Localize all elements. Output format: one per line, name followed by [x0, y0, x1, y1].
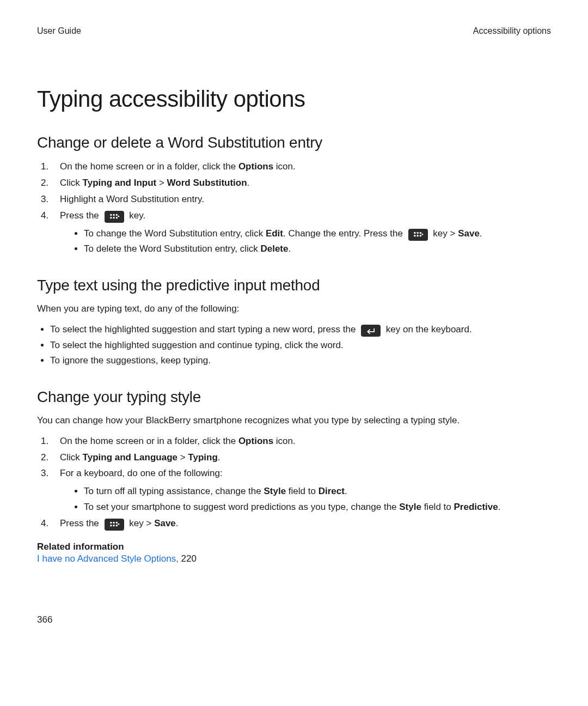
svg-point-15: [113, 522, 115, 524]
svg-point-0: [110, 214, 112, 216]
svg-point-7: [414, 232, 416, 234]
text: field to: [286, 486, 318, 496]
svg-point-2: [110, 217, 112, 219]
text: key.: [129, 210, 145, 221]
text-bold: Save: [154, 518, 176, 528]
svg-point-9: [414, 235, 416, 237]
svg-point-5: [115, 217, 118, 219]
text-bold: Typing: [188, 452, 217, 462]
wordsub-sublist: To change the Word Substitution entry, c…: [71, 226, 551, 258]
heading-wordsub: Change or delete a Word Substitution ent…: [37, 134, 551, 151]
svg-point-11: [419, 232, 421, 234]
list-item: To select the highlighted suggestion and…: [50, 322, 551, 338]
text: key on the keyboard.: [386, 324, 472, 334]
menu-key-icon: [105, 211, 124, 223]
text: . Change the entry. Press the: [283, 228, 406, 239]
text-bold: Style: [399, 502, 421, 512]
svg-point-1: [113, 214, 115, 216]
text: On the home screen or in a folder, click…: [60, 436, 238, 446]
text-bold: Direct: [318, 486, 345, 496]
svg-point-3: [113, 217, 115, 219]
list-item: To ignore the suggestions, keep typing.: [50, 353, 551, 369]
text-bold: Predictive: [454, 502, 498, 512]
text-bold: Options: [238, 436, 273, 446]
text-bold: Style: [264, 486, 286, 496]
text: Click: [60, 178, 83, 188]
style-sublist: To turn off all typing assistance, chang…: [71, 484, 551, 515]
list-item: On the home screen or in a folder, click…: [51, 434, 551, 449]
related-link[interactable]: I have no Advanced Style Options,: [37, 553, 179, 564]
menu-key-icon: [408, 229, 428, 241]
style-intro: You can change how your BlackBerry smart…: [37, 413, 551, 428]
predictive-intro: When you are typing text, do any of the …: [37, 302, 551, 316]
predictive-bullets: To select the highlighted suggestion and…: [37, 322, 551, 369]
text: On the home screen or in a folder, click…: [60, 161, 238, 172]
svg-point-14: [110, 522, 112, 524]
text: .: [218, 452, 220, 462]
heading-predictive: Type text using the predictive input met…: [37, 277, 551, 294]
style-steps: On the home screen or in a folder, click…: [37, 434, 551, 532]
svg-point-4: [115, 214, 118, 216]
svg-point-18: [115, 522, 118, 524]
list-item: To delete the Word Substitution entry, c…: [84, 241, 551, 257]
text: key >: [129, 518, 154, 528]
related-page-ref: 220: [179, 553, 197, 564]
svg-point-19: [115, 525, 118, 527]
list-item: Press the key. To change the Word Substi…: [51, 208, 551, 258]
text: icon.: [273, 161, 296, 172]
svg-point-17: [113, 525, 115, 527]
text-bold: Delete: [260, 244, 288, 254]
related-info-line: I have no Advanced Style Options, 220: [37, 553, 551, 564]
text-bold: Typing and Input: [83, 178, 157, 188]
text: >: [177, 452, 188, 462]
text: To change the Word Substitution entry, c…: [84, 228, 266, 239]
text: icon.: [273, 436, 296, 446]
text: .: [176, 518, 179, 528]
svg-point-8: [416, 232, 419, 234]
svg-point-6: [118, 215, 119, 217]
text: To ignore the suggestions, keep typing.: [50, 355, 211, 366]
text: To select the highlighted suggestion and…: [50, 340, 344, 350]
page-number: 366: [37, 614, 52, 625]
text-bold: Options: [238, 161, 273, 172]
text-bold: Word Substitution: [167, 178, 247, 188]
text: For a keyboard, do one of the following:: [60, 468, 223, 478]
list-item: Click Typing and Language > Typing.: [51, 450, 551, 466]
text: Press the: [60, 210, 102, 221]
text: Highlight a Word Substitution entry.: [60, 194, 204, 204]
list-item: Highlight a Word Substitution entry.: [51, 192, 551, 208]
text-bold: Edit: [266, 228, 283, 239]
list-item: To select the highlighted suggestion and…: [50, 338, 551, 354]
text: .: [345, 486, 347, 496]
text: To turn off all typing assistance, chang…: [84, 486, 264, 496]
text: To set your smartphone to suggest word p…: [84, 502, 399, 512]
svg-point-16: [110, 525, 112, 527]
list-item: To set your smartphone to suggest word p…: [84, 500, 551, 515]
text: To select the highlighted suggestion and…: [50, 324, 358, 334]
text-bold: Typing and Language: [83, 452, 177, 462]
list-item: Click Typing and Input > Word Substituti…: [51, 175, 551, 191]
list-item: To change the Word Substitution entry, c…: [84, 226, 551, 242]
svg-point-13: [421, 233, 423, 235]
svg-point-12: [419, 235, 421, 237]
header-right: Accessibility options: [473, 26, 551, 36]
text: .: [480, 228, 482, 239]
list-item: On the home screen or in a folder, click…: [51, 159, 551, 175]
related-info-heading: Related information: [37, 541, 551, 552]
text: >: [156, 178, 167, 188]
text: Press the: [60, 518, 102, 528]
text: key >: [433, 228, 458, 239]
svg-point-10: [416, 235, 419, 237]
text: field to: [421, 502, 454, 512]
text: .: [288, 244, 291, 254]
list-item: Press the key > Save.: [51, 516, 551, 532]
document-page: User Guide Accessibility options Typing …: [0, 0, 588, 706]
header-left: User Guide: [37, 26, 81, 36]
text-bold: Save: [458, 228, 480, 239]
text: .: [247, 178, 250, 188]
enter-key-icon: [361, 325, 381, 337]
page-title: Typing accessibility options: [37, 86, 551, 112]
text: Click: [60, 452, 83, 462]
wordsub-steps: On the home screen or in a folder, click…: [37, 159, 551, 257]
heading-style: Change your typing style: [37, 388, 551, 406]
